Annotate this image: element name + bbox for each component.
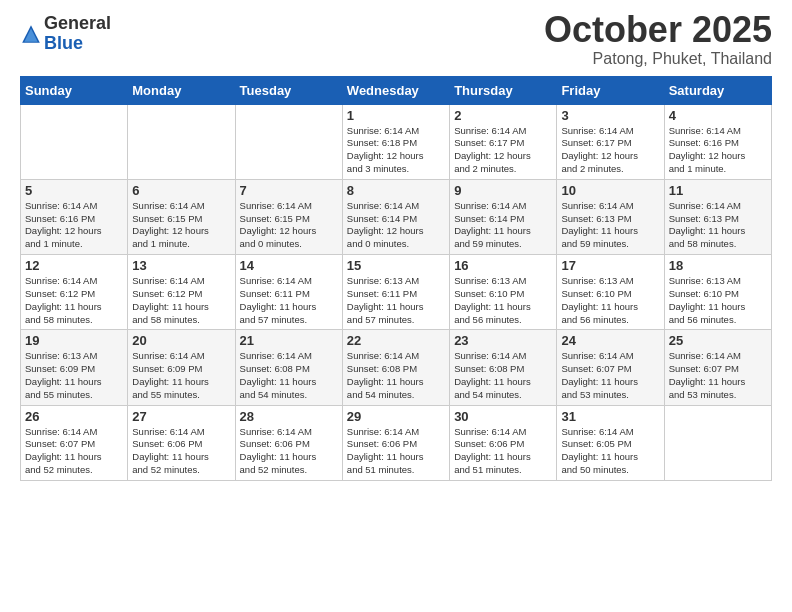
day-number: 31 (561, 409, 659, 424)
day-number: 15 (347, 258, 445, 273)
day-info: Sunrise: 6:13 AM Sunset: 6:09 PM Dayligh… (25, 350, 123, 401)
day-number: 4 (669, 108, 767, 123)
day-info: Sunrise: 6:14 AM Sunset: 6:06 PM Dayligh… (347, 426, 445, 477)
day-info: Sunrise: 6:14 AM Sunset: 6:12 PM Dayligh… (25, 275, 123, 326)
day-number: 14 (240, 258, 338, 273)
calendar-week-row-2: 5Sunrise: 6:14 AM Sunset: 6:16 PM Daylig… (21, 179, 772, 254)
logo-general-text: General (44, 13, 111, 33)
calendar-table: Sunday Monday Tuesday Wednesday Thursday… (20, 76, 772, 481)
calendar-cell: 4Sunrise: 6:14 AM Sunset: 6:16 PM Daylig… (664, 104, 771, 179)
day-info: Sunrise: 6:14 AM Sunset: 6:13 PM Dayligh… (669, 200, 767, 251)
day-number: 21 (240, 333, 338, 348)
day-info: Sunrise: 6:14 AM Sunset: 6:16 PM Dayligh… (669, 125, 767, 176)
calendar-cell: 13Sunrise: 6:14 AM Sunset: 6:12 PM Dayli… (128, 255, 235, 330)
calendar-cell (235, 104, 342, 179)
day-info: Sunrise: 6:14 AM Sunset: 6:13 PM Dayligh… (561, 200, 659, 251)
calendar-cell: 1Sunrise: 6:14 AM Sunset: 6:18 PM Daylig… (342, 104, 449, 179)
calendar-week-row-3: 12Sunrise: 6:14 AM Sunset: 6:12 PM Dayli… (21, 255, 772, 330)
logo-blue-text: Blue (44, 33, 83, 53)
logo-icon (20, 23, 42, 45)
calendar-cell: 2Sunrise: 6:14 AM Sunset: 6:17 PM Daylig… (450, 104, 557, 179)
day-number: 30 (454, 409, 552, 424)
calendar-cell (128, 104, 235, 179)
calendar-cell: 24Sunrise: 6:14 AM Sunset: 6:07 PM Dayli… (557, 330, 664, 405)
calendar-cell: 5Sunrise: 6:14 AM Sunset: 6:16 PM Daylig… (21, 179, 128, 254)
calendar-cell: 3Sunrise: 6:14 AM Sunset: 6:17 PM Daylig… (557, 104, 664, 179)
calendar-cell: 21Sunrise: 6:14 AM Sunset: 6:08 PM Dayli… (235, 330, 342, 405)
calendar-cell: 25Sunrise: 6:14 AM Sunset: 6:07 PM Dayli… (664, 330, 771, 405)
calendar-cell: 16Sunrise: 6:13 AM Sunset: 6:10 PM Dayli… (450, 255, 557, 330)
header: General Blue October 2025 Patong, Phuket… (20, 10, 772, 68)
day-info: Sunrise: 6:14 AM Sunset: 6:14 PM Dayligh… (454, 200, 552, 251)
logo-text: General Blue (44, 14, 111, 54)
day-info: Sunrise: 6:14 AM Sunset: 6:12 PM Dayligh… (132, 275, 230, 326)
title-block: October 2025 Patong, Phuket, Thailand (544, 10, 772, 68)
col-thursday: Thursday (450, 76, 557, 104)
col-friday: Friday (557, 76, 664, 104)
day-info: Sunrise: 6:13 AM Sunset: 6:10 PM Dayligh… (454, 275, 552, 326)
day-number: 28 (240, 409, 338, 424)
calendar-cell (21, 104, 128, 179)
day-info: Sunrise: 6:14 AM Sunset: 6:08 PM Dayligh… (347, 350, 445, 401)
day-number: 13 (132, 258, 230, 273)
day-info: Sunrise: 6:14 AM Sunset: 6:16 PM Dayligh… (25, 200, 123, 251)
calendar-cell: 9Sunrise: 6:14 AM Sunset: 6:14 PM Daylig… (450, 179, 557, 254)
day-number: 25 (669, 333, 767, 348)
calendar-cell: 18Sunrise: 6:13 AM Sunset: 6:10 PM Dayli… (664, 255, 771, 330)
calendar-week-row-1: 1Sunrise: 6:14 AM Sunset: 6:18 PM Daylig… (21, 104, 772, 179)
page: General Blue October 2025 Patong, Phuket… (0, 0, 792, 612)
day-number: 20 (132, 333, 230, 348)
day-number: 6 (132, 183, 230, 198)
day-info: Sunrise: 6:14 AM Sunset: 6:15 PM Dayligh… (132, 200, 230, 251)
calendar-header-row: Sunday Monday Tuesday Wednesday Thursday… (21, 76, 772, 104)
calendar-week-row-5: 26Sunrise: 6:14 AM Sunset: 6:07 PM Dayli… (21, 405, 772, 480)
calendar-cell: 17Sunrise: 6:13 AM Sunset: 6:10 PM Dayli… (557, 255, 664, 330)
day-number: 16 (454, 258, 552, 273)
day-number: 23 (454, 333, 552, 348)
calendar-cell: 29Sunrise: 6:14 AM Sunset: 6:06 PM Dayli… (342, 405, 449, 480)
day-info: Sunrise: 6:14 AM Sunset: 6:06 PM Dayligh… (454, 426, 552, 477)
day-info: Sunrise: 6:14 AM Sunset: 6:14 PM Dayligh… (347, 200, 445, 251)
day-info: Sunrise: 6:14 AM Sunset: 6:06 PM Dayligh… (132, 426, 230, 477)
day-info: Sunrise: 6:14 AM Sunset: 6:08 PM Dayligh… (240, 350, 338, 401)
calendar-cell: 15Sunrise: 6:13 AM Sunset: 6:11 PM Dayli… (342, 255, 449, 330)
day-number: 22 (347, 333, 445, 348)
day-number: 24 (561, 333, 659, 348)
month-title: October 2025 (544, 10, 772, 50)
day-info: Sunrise: 6:14 AM Sunset: 6:17 PM Dayligh… (454, 125, 552, 176)
day-number: 12 (25, 258, 123, 273)
col-saturday: Saturday (664, 76, 771, 104)
calendar-cell: 31Sunrise: 6:14 AM Sunset: 6:05 PM Dayli… (557, 405, 664, 480)
day-number: 7 (240, 183, 338, 198)
day-info: Sunrise: 6:14 AM Sunset: 6:15 PM Dayligh… (240, 200, 338, 251)
calendar-week-row-4: 19Sunrise: 6:13 AM Sunset: 6:09 PM Dayli… (21, 330, 772, 405)
location-subtitle: Patong, Phuket, Thailand (544, 50, 772, 68)
day-number: 1 (347, 108, 445, 123)
day-number: 11 (669, 183, 767, 198)
day-info: Sunrise: 6:14 AM Sunset: 6:06 PM Dayligh… (240, 426, 338, 477)
calendar-cell: 6Sunrise: 6:14 AM Sunset: 6:15 PM Daylig… (128, 179, 235, 254)
calendar-cell: 7Sunrise: 6:14 AM Sunset: 6:15 PM Daylig… (235, 179, 342, 254)
calendar-cell: 20Sunrise: 6:14 AM Sunset: 6:09 PM Dayli… (128, 330, 235, 405)
calendar-cell: 11Sunrise: 6:14 AM Sunset: 6:13 PM Dayli… (664, 179, 771, 254)
day-number: 9 (454, 183, 552, 198)
day-number: 18 (669, 258, 767, 273)
day-info: Sunrise: 6:14 AM Sunset: 6:08 PM Dayligh… (454, 350, 552, 401)
logo: General Blue (20, 14, 111, 54)
day-info: Sunrise: 6:14 AM Sunset: 6:11 PM Dayligh… (240, 275, 338, 326)
calendar-cell: 10Sunrise: 6:14 AM Sunset: 6:13 PM Dayli… (557, 179, 664, 254)
calendar-cell: 27Sunrise: 6:14 AM Sunset: 6:06 PM Dayli… (128, 405, 235, 480)
day-info: Sunrise: 6:13 AM Sunset: 6:10 PM Dayligh… (669, 275, 767, 326)
calendar-cell (664, 405, 771, 480)
day-info: Sunrise: 6:14 AM Sunset: 6:17 PM Dayligh… (561, 125, 659, 176)
col-monday: Monday (128, 76, 235, 104)
col-wednesday: Wednesday (342, 76, 449, 104)
day-info: Sunrise: 6:13 AM Sunset: 6:10 PM Dayligh… (561, 275, 659, 326)
day-number: 17 (561, 258, 659, 273)
calendar-cell: 8Sunrise: 6:14 AM Sunset: 6:14 PM Daylig… (342, 179, 449, 254)
calendar-cell: 26Sunrise: 6:14 AM Sunset: 6:07 PM Dayli… (21, 405, 128, 480)
calendar-cell: 14Sunrise: 6:14 AM Sunset: 6:11 PM Dayli… (235, 255, 342, 330)
calendar-cell: 12Sunrise: 6:14 AM Sunset: 6:12 PM Dayli… (21, 255, 128, 330)
col-sunday: Sunday (21, 76, 128, 104)
day-info: Sunrise: 6:14 AM Sunset: 6:07 PM Dayligh… (25, 426, 123, 477)
